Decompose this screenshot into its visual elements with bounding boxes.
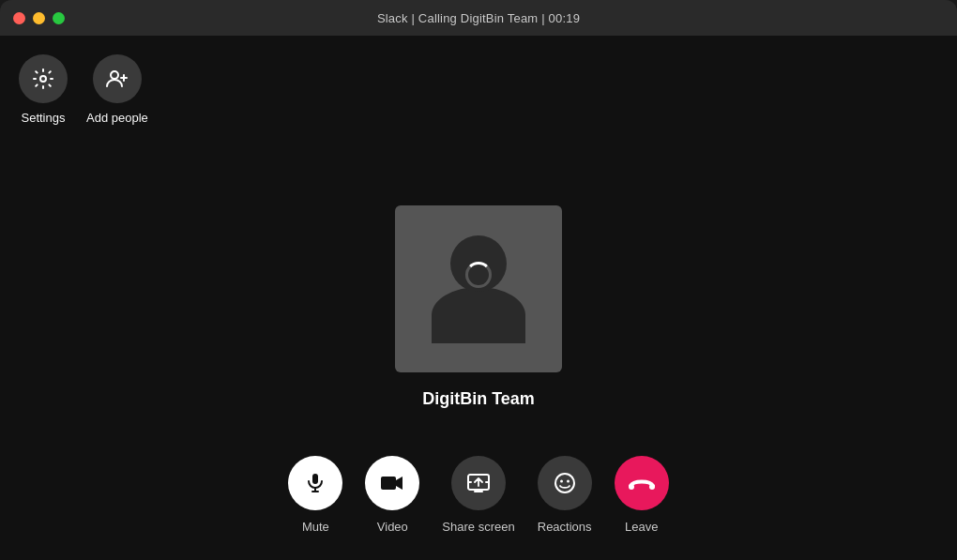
video-icon: [380, 473, 404, 493]
person-body: [432, 287, 525, 343]
svg-rect-3: [381, 477, 396, 490]
bottom-controls: Mute Video Shar: [288, 456, 668, 534]
svg-point-1: [111, 71, 118, 79]
share-screen-label: Share screen: [442, 520, 514, 534]
loading-spinner: [465, 262, 492, 288]
video-icon-circle: [365, 456, 419, 510]
person-add-icon: [105, 68, 129, 90]
settings-button[interactable]: Settings: [19, 54, 68, 125]
person-silhouette: [432, 235, 525, 343]
leave-label: Leave: [625, 520, 658, 534]
gear-icon: [32, 68, 54, 90]
maximize-button[interactable]: [53, 12, 65, 24]
video-label: Video: [377, 520, 408, 534]
svg-point-0: [40, 76, 46, 82]
video-button[interactable]: Video: [365, 456, 419, 534]
add-people-button[interactable]: Add people: [86, 54, 148, 125]
emoji-icon: [553, 471, 577, 495]
leave-icon-circle: [615, 456, 669, 510]
svg-point-7: [555, 474, 574, 492]
window-title: Slack | Calling DigitBin Team | 00:19: [377, 11, 580, 25]
svg-rect-10: [629, 484, 634, 490]
add-people-label: Add people: [86, 111, 148, 125]
reactions-label: Reactions: [538, 520, 592, 534]
end-call-icon: [628, 472, 656, 494]
settings-label: Settings: [22, 111, 66, 125]
share-screen-icon: [466, 473, 491, 493]
reactions-icon-circle: [538, 456, 592, 510]
settings-icon-circle: [19, 54, 68, 103]
microphone-icon: [304, 472, 327, 494]
add-people-icon-circle: [93, 54, 142, 103]
reactions-button[interactable]: Reactions: [538, 456, 592, 534]
close-button[interactable]: [13, 12, 25, 24]
mute-button[interactable]: Mute: [288, 456, 342, 534]
svg-point-9: [567, 480, 570, 483]
svg-rect-11: [649, 484, 655, 490]
svg-rect-2: [312, 474, 318, 484]
leave-button[interactable]: Leave: [615, 456, 669, 534]
mute-icon-circle: [288, 456, 342, 510]
mute-label: Mute: [302, 520, 329, 534]
share-screen-icon-circle: [451, 456, 506, 510]
person-head: [450, 235, 507, 292]
top-controls: Settings Add people: [19, 54, 148, 125]
title-bar: Slack | Calling DigitBin Team | 00:19: [0, 0, 957, 36]
share-screen-button[interactable]: Share screen: [442, 456, 514, 534]
minimize-button[interactable]: [33, 12, 45, 24]
traffic-lights: [13, 12, 65, 24]
caller-name: DigitBin Team: [422, 389, 535, 409]
svg-point-8: [560, 480, 563, 483]
avatar-container: [395, 205, 562, 372]
main-area: Settings Add people DigitBin Te: [0, 36, 957, 560]
